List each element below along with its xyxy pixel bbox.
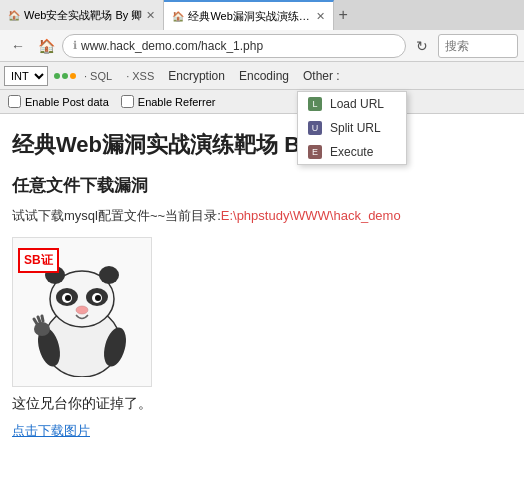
svg-point-8 <box>65 295 71 301</box>
enable-referrer-text: Enable Referrer <box>138 96 216 108</box>
dot-2 <box>62 73 68 79</box>
status-dots <box>54 73 76 79</box>
panda-caption: 这位兄台你的证掉了。 <box>12 395 512 413</box>
svg-point-10 <box>76 306 88 314</box>
enable-post-label[interactable]: Enable Post data <box>8 95 109 108</box>
enable-referrer-checkbox[interactable] <box>121 95 134 108</box>
load-url-item[interactable]: L Load URL <box>298 92 406 116</box>
encryption-menu-item[interactable]: Encryption <box>162 67 231 85</box>
tab2-close[interactable]: ✕ <box>316 10 325 23</box>
enable-post-checkbox[interactable] <box>8 95 21 108</box>
description: 试试下载mysql配置文件~~当前目录:E:\phpstudy\WWW\hack… <box>12 207 512 225</box>
other-menu-item[interactable]: Other : <box>297 67 346 85</box>
plugin-bar: INT · SQL · XSS Encryption Encoding Othe… <box>0 62 524 90</box>
tab-bar: 🏠 Web安全实战靶场 By 卿 ✕ 🏠 经典Web漏洞实战演练靶场 By ..… <box>0 0 524 30</box>
encoding-menu-item[interactable]: Encoding <box>233 67 295 85</box>
split-url-icon: U <box>308 121 322 135</box>
int-select[interactable]: INT <box>4 66 48 86</box>
address-bar: ← 🏠 ℹ www.hack_demo.com/hack_1.php ↻ <box>0 30 524 62</box>
content-area: 经典Web漏洞实战演练靶场 By 卿 任意文件下载漏洞 试试下载mysql配置文… <box>0 114 524 500</box>
split-url-item[interactable]: U Split URL <box>298 116 406 140</box>
split-url-label: Split URL <box>330 121 381 135</box>
tab-2[interactable]: 🏠 经典Web漏洞实战演练靶场 By ... ✕ <box>164 0 334 30</box>
svg-point-3 <box>99 266 119 284</box>
tab1-label: Web安全实战靶场 By 卿 <box>24 8 142 23</box>
load-url-label: Load URL <box>330 97 384 111</box>
other-dropdown: L Load URL U Split URL E Execute <box>297 91 407 165</box>
search-input[interactable] <box>438 34 518 58</box>
home-button[interactable]: 🏠 <box>34 34 58 58</box>
url-box[interactable]: ℹ www.hack_demo.com/hack_1.php <box>62 34 406 58</box>
download-link[interactable]: 点击下载图片 <box>12 423 90 438</box>
panda-image: SB证 <box>12 237 152 387</box>
description-prefix: 试试下载mysql配置文件~~当前目录: <box>12 208 221 223</box>
new-tab-button[interactable]: + <box>338 7 347 23</box>
execute-icon: E <box>308 145 322 159</box>
execute-label: Execute <box>330 145 373 159</box>
sql-menu: · SQL <box>78 69 118 83</box>
execute-item[interactable]: E Execute <box>298 140 406 164</box>
referrer-bar: Enable Post data Enable Referrer <box>0 90 524 114</box>
other-menu-container: Other : L Load URL U Split URL E Execute <box>297 69 346 83</box>
dot-3 <box>70 73 76 79</box>
section-title: 任意文件下载漏洞 <box>12 174 512 197</box>
enable-post-text: Enable Post data <box>25 96 109 108</box>
back-button[interactable]: ← <box>6 34 30 58</box>
tab-1[interactable]: 🏠 Web安全实战靶场 By 卿 ✕ <box>0 0 164 30</box>
enable-referrer-label[interactable]: Enable Referrer <box>121 95 216 108</box>
tab2-label: 经典Web漏洞实战演练靶场 By ... <box>188 9 312 24</box>
sb-badge: SB证 <box>18 248 59 273</box>
load-url-icon: L <box>308 97 322 111</box>
xss-menu-item[interactable]: · XSS <box>120 68 160 84</box>
tab1-icon: 🏠 <box>8 10 20 21</box>
description-path: E:\phpstudy\WWW\hack_demo <box>221 208 401 223</box>
tab2-icon: 🏠 <box>172 11 184 22</box>
tab1-close[interactable]: ✕ <box>146 9 155 22</box>
svg-line-15 <box>38 317 40 322</box>
refresh-button[interactable]: ↻ <box>410 34 434 58</box>
page-title: 经典Web漏洞实战演练靶场 By 卿 <box>12 130 512 160</box>
svg-point-9 <box>95 295 101 301</box>
sql-menu-item[interactable]: · SQL <box>78 68 118 84</box>
dot-1 <box>54 73 60 79</box>
url-text: www.hack_demo.com/hack_1.php <box>81 39 263 53</box>
svg-line-14 <box>34 319 37 324</box>
svg-line-16 <box>42 316 43 321</box>
